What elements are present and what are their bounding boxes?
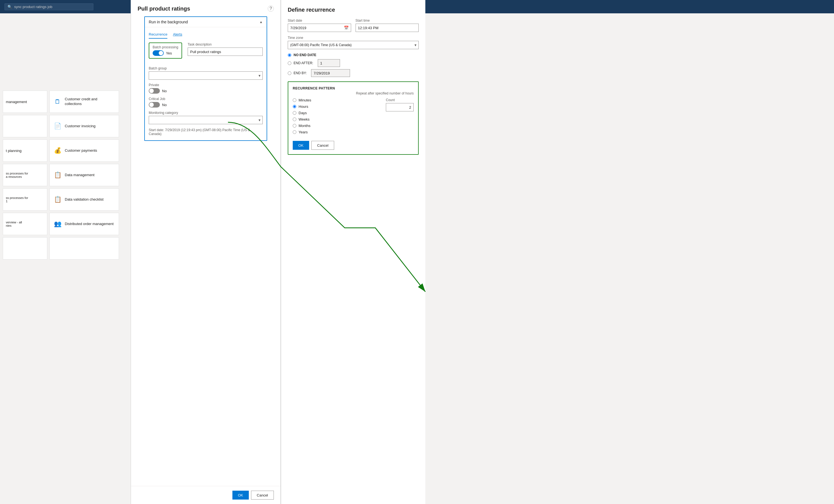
critical-job-field: Critical Job No — [149, 97, 263, 108]
batch-processing-box: Batch processing Yes — [149, 43, 182, 59]
hours-label: Hours — [299, 105, 308, 109]
distributed-order-icon: 👥 — [54, 220, 62, 228]
right-tile-partial — [49, 237, 119, 259]
dialog-footer: OK Cancel — [131, 486, 281, 504]
monitoring-category-label: Monitoring category — [149, 111, 263, 115]
weeks-option: Weeks — [293, 117, 381, 121]
customer-invoicing-label: Customer invoicing — [65, 124, 96, 129]
left-tile-partial — [3, 237, 47, 259]
start-date-time-row: Start date 📅 Start time — [288, 19, 419, 32]
monitoring-category-select[interactable] — [149, 116, 263, 124]
timezone-label: Time zone — [288, 36, 419, 40]
private-value: No — [162, 89, 167, 93]
batch-group-select-wrapper: ▾ — [149, 71, 263, 80]
rp-cancel-button[interactable]: Cancel — [311, 141, 334, 150]
hours-radio[interactable] — [293, 105, 297, 108]
run-in-background-section: Run in the background ▲ Recurrence Alert… — [144, 16, 267, 141]
count-input[interactable] — [386, 103, 414, 111]
customer-credit-icon: 🗒 — [54, 98, 62, 105]
cancel-button[interactable]: Cancel — [251, 491, 274, 500]
batch-group-select[interactable] — [149, 71, 263, 80]
left-tile-tplanning: t planning — [3, 139, 47, 162]
task-description-input[interactable] — [188, 47, 263, 56]
critical-job-value: No — [162, 103, 167, 107]
customer-payments-label: Customer payments — [65, 148, 97, 153]
minutes-radio[interactable] — [293, 98, 297, 102]
months-label: Months — [299, 124, 310, 128]
monitoring-category-select-wrapper: ▾ — [149, 116, 263, 124]
minutes-label: Minutes — [299, 98, 311, 102]
tile-distributed-order[interactable]: 👥 Distributed order management — [49, 213, 119, 235]
tab-recurrence[interactable]: Recurrence — [149, 30, 167, 39]
start-time-input[interactable] — [356, 26, 419, 30]
data-management-label: Data management — [65, 173, 94, 178]
tile-customer-payments[interactable]: 💰 Customer payments — [49, 139, 119, 162]
critical-job-label: Critical Job — [149, 97, 263, 101]
days-radio[interactable] — [293, 111, 297, 115]
end-after-row: END AFTER: — [288, 59, 419, 67]
batch-processing-label: Batch processing — [153, 45, 178, 49]
days-option: Days — [293, 111, 381, 115]
monitoring-category-field: Monitoring category ▾ — [149, 111, 263, 124]
critical-job-toggle[interactable] — [149, 102, 160, 108]
timezone-select-wrapper: (GMT-08:00) Pacific Time (US & Canada) ▾ — [288, 41, 419, 49]
years-radio[interactable] — [293, 130, 297, 134]
calendar-icon[interactable]: 📅 — [342, 26, 351, 30]
weeks-radio[interactable] — [293, 117, 297, 121]
count-section: Count — [386, 98, 414, 111]
left-tile-empty2 — [3, 115, 47, 137]
tile-customer-credit[interactable]: 🗒 Customer credit and collections — [49, 91, 119, 113]
recurrence-title: Define recurrence — [288, 7, 419, 13]
start-date-info: Start date: 7/29/2019 (12:19:43 pm) (GMT… — [149, 128, 263, 136]
task-description-label: Task description — [188, 43, 263, 46]
end-by-row: END BY: — [288, 69, 419, 77]
tab-alerts[interactable]: Alerts — [173, 30, 182, 39]
tile-data-management[interactable]: 📋 Data management — [49, 164, 119, 186]
distributed-order-label: Distributed order management — [65, 222, 114, 226]
data-management-icon: 📋 — [54, 171, 62, 179]
years-option: Years — [293, 130, 381, 134]
days-label: Days — [299, 111, 307, 115]
dialog-header: Pull product ratings ? — [131, 0, 281, 12]
left-tile-verview: verview - allnies — [3, 213, 47, 235]
data-validation-label: Data validation checklist — [65, 197, 104, 202]
recurrence-pattern-subtitle: Repeat after specified number of hours — [293, 91, 414, 95]
end-after-label: END AFTER: — [293, 61, 313, 65]
data-validation-icon: 📋 — [54, 196, 62, 203]
run-in-background-header[interactable]: Run in the background ▲ — [145, 17, 267, 27]
left-panel: management 🗒 Customer credit and collect… — [0, 13, 131, 504]
batch-processing-toggle[interactable] — [153, 50, 164, 56]
end-options: NO END DATE END AFTER: END BY: — [288, 53, 419, 77]
rp-buttons: OK Cancel — [293, 141, 414, 150]
private-toggle-row: No — [149, 88, 263, 94]
end-after-radio[interactable] — [288, 62, 291, 65]
tile-customer-invoicing[interactable]: 📄 Customer invoicing — [49, 115, 119, 137]
help-icon[interactable]: ? — [268, 5, 274, 12]
private-toggle[interactable] — [149, 88, 160, 94]
chevron-up-icon: ▲ — [259, 20, 263, 24]
left-tile-ss-data: ss processes for1 — [3, 188, 47, 211]
minutes-option: Minutes — [293, 98, 381, 102]
ok-button[interactable]: OK — [233, 491, 249, 500]
no-end-date-radio[interactable] — [288, 53, 291, 57]
private-field: Private No — [149, 83, 263, 94]
months-radio[interactable] — [293, 124, 297, 128]
define-recurrence-panel: Define recurrence Start date 📅 Start tim… — [281, 0, 425, 504]
timezone-select[interactable]: (GMT-08:00) Pacific Time (US & Canada) — [288, 41, 419, 49]
start-time-label: Start time — [355, 19, 419, 23]
search-text: sync product ratings job — [14, 5, 52, 9]
start-date-input[interactable] — [288, 26, 342, 30]
weeks-label: Weeks — [299, 117, 310, 121]
start-time-input-wrapper — [355, 24, 419, 32]
left-tile-management: management — [3, 91, 47, 113]
end-by-input[interactable] — [311, 69, 350, 77]
end-after-input[interactable] — [318, 59, 340, 67]
recurrence-pattern-box: RECURRENCE PATTERN Repeat after specifie… — [288, 82, 419, 155]
rp-ok-button[interactable]: OK — [293, 141, 309, 150]
search-box[interactable]: 🔍 sync product ratings job — [4, 3, 93, 10]
tile-data-validation[interactable]: 📋 Data validation checklist — [49, 188, 119, 211]
months-option: Months — [293, 124, 381, 128]
batch-processing-value: Yes — [166, 51, 172, 55]
end-by-radio[interactable] — [288, 71, 291, 75]
years-label: Years — [299, 130, 308, 134]
